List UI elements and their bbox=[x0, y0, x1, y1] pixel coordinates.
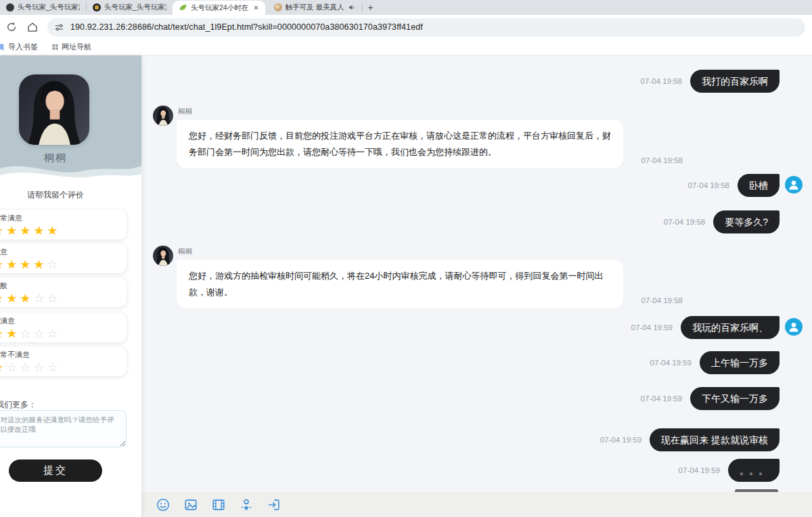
rating-label: 非常满意 bbox=[0, 213, 118, 223]
message-time: 07-04 19:58 bbox=[641, 156, 683, 164]
tab-title: 头号玩家_头号玩家游 bbox=[18, 3, 80, 12]
user-message: 07-04 19:58 我打的百家乐啊 bbox=[153, 70, 780, 93]
rating-label: 非常不满意 bbox=[0, 350, 118, 360]
message-bubble: 现在赢回来 提款就说审核 bbox=[650, 428, 780, 451]
user-message: 07-04 19:59 我玩的百家乐啊、 bbox=[153, 316, 780, 339]
site-favicon bbox=[93, 3, 101, 12]
home-icon[interactable] bbox=[26, 21, 39, 33]
agent-name: 桐桐 bbox=[178, 107, 623, 116]
new-tab-button[interactable]: + bbox=[363, 2, 380, 15]
message-time: 07-04 19:59 bbox=[600, 436, 641, 444]
tab-title: 触手可及 最美真人 bbox=[286, 3, 344, 12]
agent-avatar bbox=[19, 74, 89, 145]
rating-label: 一般 bbox=[0, 281, 118, 291]
user-message: 07-04 19:58 卧槽 bbox=[153, 174, 780, 197]
rating-label: 不满意 bbox=[0, 316, 118, 326]
agent-message: 桐桐 您好，经财务部门反馈，目前您的投注游戏平台方正在审核，请放心这是正常的流程… bbox=[153, 106, 780, 168]
user-message: 07-04 19:58 要等多久? bbox=[153, 210, 780, 233]
bookmarks-bar: 导入书签 网址导航 bbox=[0, 39, 812, 55]
star-rating[interactable]: ★★☆☆☆ bbox=[0, 327, 118, 340]
message-bubble: 我打的百家乐啊 bbox=[690, 70, 780, 93]
tab-3-active[interactable]: 头号玩家24小时在 ✕ bbox=[173, 1, 265, 15]
composer-toolbar bbox=[141, 492, 812, 517]
submit-button[interactable]: 提交 bbox=[9, 459, 102, 482]
exit-icon[interactable] bbox=[267, 497, 281, 512]
video-icon[interactable] bbox=[211, 497, 226, 512]
service-rating-sidebar: 桐桐 请帮我留个评价 非常满意 ★★★★★ 满意 ★★★★☆ 一般 ★★★☆☆ … bbox=[0, 55, 141, 517]
star-rating[interactable]: ★★★★★ bbox=[0, 224, 118, 238]
bookmark-label: 网址导航 bbox=[62, 42, 91, 52]
tab-4[interactable]: 触手可及 最美真人 bbox=[268, 0, 362, 15]
message-list[interactable]: 07-04 19:58 我打的百家乐啊 桐桐 您好，经财务部门反馈，目前您的投注… bbox=[141, 55, 812, 492]
message-bubble: 您好，游戏方的抽检审核时间可能稍久，将在24小时内审核完成，请耐心等待即可，得到… bbox=[177, 260, 623, 309]
rating-option-1[interactable]: 非常不满意 ★☆☆☆☆ bbox=[0, 346, 127, 376]
browser-tab-strip: 头号玩家_头号玩家游 头号玩家_头号玩家游 头号玩家24小时在 ✕ 触手可及 最… bbox=[0, 0, 812, 15]
message-time: 07-04 19:59 bbox=[679, 466, 720, 474]
bookmark-import[interactable]: 导入书签 bbox=[0, 42, 38, 52]
rating-title: 请帮我留个评价 bbox=[0, 189, 127, 201]
emoji-icon[interactable] bbox=[156, 497, 171, 512]
message-bubble: 上午输一万多 bbox=[700, 351, 780, 374]
tab-close-icon[interactable]: ✕ bbox=[253, 4, 258, 12]
user-message: 07-04 19:59 现在赢回来 提款就说审核 bbox=[153, 428, 780, 451]
message-time: 07-04 19:58 bbox=[641, 77, 682, 85]
site-settings-icon[interactable] bbox=[54, 22, 64, 32]
grid-icon bbox=[51, 43, 59, 51]
bookmark-nav[interactable]: 网址导航 bbox=[51, 42, 91, 52]
feedback-textarea[interactable] bbox=[0, 410, 127, 447]
rating-option-4[interactable]: 满意 ★★★★☆ bbox=[0, 244, 127, 273]
user-message: 07-04 19:59 。。。 bbox=[153, 459, 780, 482]
user-message: 07-04 19:59 下午又输一万多 bbox=[153, 387, 780, 410]
agent-message: 桐桐 您好，游戏方的抽检审核时间可能稍久，将在24小时内审核完成，请耐心等待即可… bbox=[153, 246, 780, 309]
tab-2[interactable]: 头号玩家_头号玩家游 bbox=[87, 0, 173, 15]
site-favicon bbox=[6, 3, 14, 12]
feedback-label: 告诉我们更多： bbox=[0, 399, 37, 411]
message-time: 07-04 19:58 bbox=[664, 218, 705, 226]
message-bubble: 下午又输一万多 bbox=[690, 387, 780, 410]
user-avatar bbox=[785, 318, 803, 336]
rating-label: 满意 bbox=[0, 247, 118, 257]
message-time: 07-04 19:59 bbox=[650, 359, 692, 367]
url-text[interactable]: 190.92.231.26:28686/chat/text/chat_1l9Ep… bbox=[70, 22, 423, 32]
tab-title: 头号玩家_头号玩家游 bbox=[104, 3, 166, 12]
rating-option-5[interactable]: 非常满意 ★★★★★ bbox=[0, 210, 127, 240]
bookmark-label: 导入书签 bbox=[8, 42, 38, 52]
tab-1[interactable]: 头号玩家_头号玩家游 bbox=[0, 0, 86, 15]
user-message: 07-04 19:59 上午输一万多 bbox=[153, 351, 780, 374]
agent-avatar bbox=[153, 246, 173, 266]
star-rating[interactable]: ★★★★☆ bbox=[0, 258, 118, 271]
message-bubble: 您好，经财务部门反馈，目前您的投注游戏平台方正在审核，请放心这是正常的流程，平台… bbox=[177, 120, 623, 168]
tab-title: 头号玩家24小时在 bbox=[191, 3, 248, 13]
browser-toolbar: 190.92.231.26:28686/chat/text/chat_1l9Ep… bbox=[0, 15, 812, 39]
message-time: 07-04 19:58 bbox=[688, 181, 729, 189]
user-avatar bbox=[785, 176, 803, 194]
chat-panel: 07-04 19:58 我打的百家乐啊 桐桐 您好，经财务部门反馈，目前您的投注… bbox=[141, 55, 812, 517]
tab-audio-icon[interactable] bbox=[348, 3, 356, 12]
message-bubble: 要等多久? bbox=[713, 210, 780, 233]
message-bubble: 。。。 bbox=[728, 459, 780, 482]
agent-name: 桐桐 bbox=[178, 247, 623, 256]
rate-service-icon[interactable] bbox=[239, 497, 254, 512]
message-time: 07-04 19:59 bbox=[641, 395, 682, 403]
star-rating[interactable]: ★★★☆☆ bbox=[0, 292, 118, 305]
refresh-icon[interactable] bbox=[5, 21, 18, 33]
message-bubble: 我玩的百家乐啊、 bbox=[681, 316, 780, 339]
message-time: 07-04 19:59 bbox=[631, 323, 673, 332]
leaf-favicon bbox=[179, 3, 187, 12]
image-icon[interactable] bbox=[183, 497, 198, 512]
rating-option-3[interactable]: 一般 ★★★☆☆ bbox=[0, 277, 127, 307]
message-time: 07-04 19:58 bbox=[641, 296, 683, 305]
site-favicon bbox=[274, 3, 282, 12]
agent-name: 桐桐 bbox=[0, 152, 127, 164]
star-rating[interactable]: ★☆☆☆☆ bbox=[0, 361, 118, 374]
bookmark-icon bbox=[0, 43, 5, 51]
message-bubble: 卧槽 bbox=[738, 174, 780, 197]
address-bar[interactable]: 190.92.231.26:28686/chat/text/chat_1l9Ep… bbox=[47, 18, 805, 37]
rating-option-2[interactable]: 不满意 ★★☆☆☆ bbox=[0, 313, 127, 342]
agent-avatar bbox=[153, 106, 173, 126]
